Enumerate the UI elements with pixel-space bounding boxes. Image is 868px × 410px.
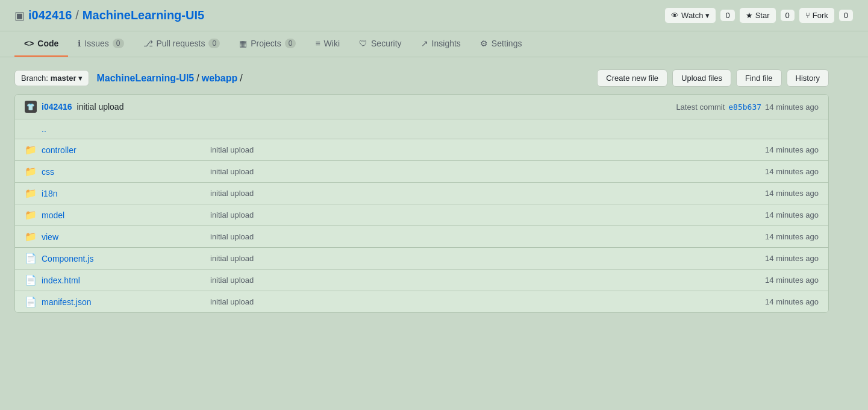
tab-code[interactable]: <> Code	[14, 31, 68, 57]
file-row-view: 📁 view initial upload 14 minutes ago	[15, 226, 828, 248]
branch-name: master	[51, 74, 76, 83]
avatar: 👕	[25, 101, 37, 113]
upload-files-button[interactable]: Upload files	[672, 69, 731, 87]
star-label: Star	[755, 11, 770, 20]
file-icon: 📄	[25, 253, 37, 264]
find-file-button[interactable]: Find file	[736, 69, 782, 87]
breadcrumb-sep2: /	[240, 73, 242, 84]
file-time-css: 14 minutes ago	[722, 167, 819, 176]
owner-link[interactable]: i042416	[28, 8, 72, 22]
commit-header: 👕 i042416 initial upload Latest commit e…	[15, 95, 828, 119]
file-time-i18n: 14 minutes ago	[722, 189, 819, 198]
file-table: 👕 i042416 initial upload Latest commit e…	[14, 94, 829, 313]
file-name-i18n[interactable]: i18n	[42, 189, 210, 198]
tab-settings-label: Settings	[492, 39, 522, 48]
tab-wiki[interactable]: ≡ Wiki	[305, 31, 349, 57]
file-name-manifest[interactable]: manifest.json	[42, 297, 210, 307]
repo-title: ▣ i042416 / MachineLearning-UI5	[14, 8, 204, 22]
toolbar-buttons: Create new file Upload files Find file H…	[597, 69, 829, 87]
file-name-controller[interactable]: controller	[42, 145, 210, 155]
file-row-parent: ..	[15, 119, 828, 139]
file-time-index: 14 minutes ago	[722, 276, 819, 285]
tab-insights-label: Insights	[432, 39, 461, 48]
tab-issues[interactable]: ℹ Issues 0	[68, 31, 133, 57]
file-commit-manifest: initial upload	[210, 297, 722, 306]
file-commit-view: initial upload	[210, 232, 722, 241]
tab-pull-requests[interactable]: ⎇ Pull requests 0	[134, 31, 230, 57]
tab-projects[interactable]: ▦ Projects 0	[229, 31, 305, 57]
file-commit-model: initial upload	[210, 210, 722, 219]
pr-icon: ⎇	[143, 39, 153, 48]
file-row-css: 📁 css initial upload 14 minutes ago	[15, 161, 828, 183]
create-new-file-button[interactable]: Create new file	[597, 69, 667, 87]
file-row-controller: 📁 controller initial upload 14 minutes a…	[15, 139, 828, 161]
nav-tabs: <> Code ℹ Issues 0 ⎇ Pull requests 0 ▦ P…	[0, 31, 868, 57]
repo-name-link[interactable]: MachineLearning-UI5	[83, 8, 204, 22]
file-name-css[interactable]: css	[42, 167, 210, 177]
tab-security[interactable]: 🛡 Security	[349, 31, 411, 57]
branch-label: Branch:	[21, 74, 48, 83]
projects-icon: ▦	[239, 39, 247, 48]
issues-badge: 0	[113, 39, 124, 48]
shield-icon: 🛡	[359, 39, 367, 48]
folder-icon: 📁	[25, 188, 37, 199]
folder-icon: 📁	[25, 144, 37, 156]
file-icon: 📄	[25, 274, 37, 286]
tab-security-label: Security	[371, 39, 402, 48]
projects-badge: 0	[285, 39, 296, 48]
parent-link[interactable]: ..	[42, 124, 46, 134]
star-count: 0	[780, 9, 795, 22]
file-commit-component: initial upload	[210, 254, 722, 263]
file-time-manifest: 14 minutes ago	[722, 297, 819, 306]
tab-issues-label: Issues	[84, 39, 108, 48]
fork-button[interactable]: ⑂ Fork	[799, 7, 835, 24]
insights-icon: ↗	[421, 39, 428, 48]
chevron-down-icon: ▾	[78, 74, 83, 83]
file-time-controller: 14 minutes ago	[722, 145, 819, 154]
breadcrumb-repo-link[interactable]: MachineLearning-UI5	[96, 73, 194, 84]
issues-icon: ℹ	[78, 39, 81, 48]
commit-username[interactable]: i042416	[42, 102, 72, 112]
commit-left: 👕 i042416 initial upload	[25, 101, 123, 113]
file-row-manifest: 📄 manifest.json initial upload 14 minute…	[15, 291, 828, 312]
tab-settings[interactable]: ⚙ Settings	[470, 31, 532, 57]
breadcrumb-sep1: /	[196, 73, 199, 84]
code-icon: <>	[24, 39, 34, 48]
file-time-view: 14 minutes ago	[722, 232, 819, 241]
toolbar: Branch: master ▾ MachineLearning-UI5 / w…	[14, 69, 829, 87]
tab-projects-label: Projects	[251, 39, 281, 48]
gear-icon: ⚙	[480, 39, 488, 48]
star-button[interactable]: ★ Star	[739, 7, 776, 24]
content: Branch: master ▾ MachineLearning-UI5 / w…	[0, 57, 843, 325]
folder-icon: 📁	[25, 166, 37, 177]
folder-icon: 📁	[25, 209, 37, 221]
chevron-down-icon: ▾	[705, 11, 710, 20]
breadcrumb-folder-link[interactable]: webapp	[202, 73, 238, 84]
file-commit-i18n: initial upload	[210, 189, 722, 198]
file-commit-css: initial upload	[210, 167, 722, 176]
watch-button[interactable]: 👁 Watch ▾	[664, 7, 716, 24]
branch-selector[interactable]: Branch: master ▾	[14, 70, 89, 86]
commit-right: Latest commit e85b637 14 minutes ago	[676, 102, 819, 112]
pr-badge: 0	[208, 39, 220, 48]
file-name-component[interactable]: Component.js	[42, 254, 210, 263]
file-row-model: 📁 model initial upload 14 minutes ago	[15, 204, 828, 226]
commit-message: initial upload	[77, 102, 124, 112]
fork-icon: ⑂	[805, 11, 810, 20]
history-button[interactable]: History	[787, 69, 829, 87]
tab-code-label: Code	[37, 39, 58, 48]
tab-pr-label: Pull requests	[157, 39, 205, 48]
folder-icon: 📁	[25, 231, 37, 242]
header-actions: 👁 Watch ▾ 0 ★ Star 0 ⑂ Fork 0	[664, 7, 854, 24]
eye-icon: 👁	[671, 11, 679, 20]
commit-hash-link[interactable]: e85b637	[728, 102, 761, 112]
header: ▣ i042416 / MachineLearning-UI5 👁 Watch …	[0, 0, 868, 31]
tab-insights[interactable]: ↗ Insights	[411, 31, 470, 57]
file-name-model[interactable]: model	[42, 210, 210, 220]
star-icon: ★	[746, 11, 753, 20]
file-commit-index: initial upload	[210, 276, 722, 285]
file-name-view[interactable]: view	[42, 232, 210, 242]
repo-icon: ▣	[14, 9, 25, 22]
breadcrumb: MachineLearning-UI5 / webapp /	[96, 73, 242, 84]
file-name-index[interactable]: index.html	[42, 276, 210, 285]
